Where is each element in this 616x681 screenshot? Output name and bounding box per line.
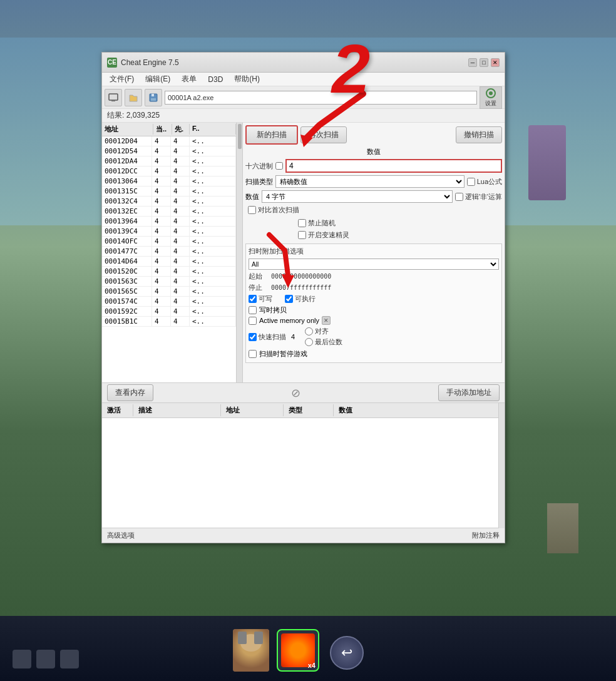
- toolbar-save-btn[interactable]: [145, 89, 162, 106]
- table-row[interactable]: 0001520C 4 4 <..: [102, 267, 236, 277]
- menu-bar: 文件(F) 编辑(E) 表单 D3D 帮助(H): [102, 73, 505, 86]
- svg-rect-8: [151, 94, 154, 96]
- minimize-button[interactable]: ─: [468, 58, 477, 67]
- col-address: 地址: [221, 404, 284, 416]
- value-type-select[interactable]: 4 字节: [262, 190, 453, 203]
- table-row[interactable]: 0001477C 4 4 <..: [102, 247, 236, 257]
- scan-panel: 新的扫描 再次扫描 撤销扫描 数值 十六进制 扫描类型 精确数值 L: [243, 123, 505, 382]
- svg-rect-5: [111, 100, 115, 101]
- table-row[interactable]: 00015B1C 4 4 <..: [102, 317, 236, 327]
- return-button[interactable]: ↩: [330, 636, 364, 670]
- fast-scan-label: 快速扫描: [249, 332, 286, 342]
- lastbit-radio[interactable]: [305, 338, 313, 346]
- table-row[interactable]: 0001565C 4 4 <..: [102, 287, 236, 297]
- col-type: 类型: [284, 404, 334, 416]
- taskbar-users: [13, 650, 79, 668]
- table-row[interactable]: 00014OFC 4 4 <..: [102, 237, 236, 247]
- lua-formula-checkbox[interactable]: [467, 178, 475, 186]
- table-row[interactable]: 000132C4 4 4 <..: [102, 197, 236, 207]
- not-logic-checkbox[interactable]: [455, 193, 463, 201]
- lastbit-radio-label: 最后位数: [305, 337, 342, 347]
- all-select[interactable]: All: [249, 259, 499, 270]
- table-row[interactable]: 0001574C 4 4 <..: [102, 297, 236, 307]
- table-row[interactable]: 00012D04 4 4 <..: [102, 136, 236, 146]
- table-row[interactable]: 000132EC 4 4 <..: [102, 207, 236, 217]
- cancel-scan-button[interactable]: 撤销扫描: [456, 126, 502, 143]
- scan-buttons-row: 新的扫描 再次扫描 撤销扫描: [245, 125, 502, 145]
- disable-random-checkbox[interactable]: [298, 219, 306, 227]
- value-input-row: 十六进制: [245, 159, 502, 173]
- process-address-bar[interactable]: 00001A a2.exe: [165, 91, 477, 105]
- add-note-link[interactable]: 附加注释: [472, 531, 500, 540]
- taskbar-user-icon-3: [60, 650, 79, 668]
- compare-row: 对比首次扫描: [245, 205, 502, 215]
- copy-on-write-checkbox[interactable]: [249, 306, 257, 314]
- right-checkboxes-row: 禁止随机 开启变速精灵: [245, 217, 502, 241]
- memory-flags-row: 可写 可执行: [249, 294, 499, 304]
- align-radio-label: 对齐: [305, 327, 342, 336]
- table-row[interactable]: 00012DCC 4 4 <..: [102, 166, 236, 177]
- list-scrollbar[interactable]: [237, 123, 243, 382]
- fire-orb-icon[interactable]: x4: [277, 629, 319, 672]
- new-scan-button[interactable]: 新的扫描: [245, 125, 298, 145]
- stop-value: 00007fffffffffff: [271, 284, 499, 291]
- align-radio[interactable]: [305, 327, 313, 335]
- main-area: 地址 当.. 先. F.. 00012D04 4 4 <.. 00012D54 …: [102, 123, 505, 382]
- table-row[interactable]: 00013964 4 4 <..: [102, 217, 236, 227]
- menu-file[interactable]: 文件(F): [105, 73, 139, 86]
- toolbar-monitor-btn[interactable]: [105, 89, 122, 106]
- menu-help[interactable]: 帮助(H): [229, 73, 265, 86]
- table-row[interactable]: 00012D54 4 4 <..: [102, 146, 236, 156]
- active-memory-clear-btn[interactable]: ✕: [322, 316, 331, 325]
- active-memory-label: Active memory only: [259, 317, 319, 324]
- advanced-options-link[interactable]: 高级选项: [107, 531, 135, 540]
- scan-type-select[interactable]: 精确数值: [275, 175, 465, 188]
- table-body[interactable]: [102, 418, 505, 528]
- no-icon: ⊘: [291, 386, 300, 400]
- manual-add-button[interactable]: 手动添加地址: [438, 384, 500, 401]
- advanced-title: 扫时附加扫描选项: [249, 247, 499, 256]
- table-row[interactable]: 000139C4 4 4 <..: [102, 227, 236, 237]
- enable-wizard-checkbox[interactable]: [298, 231, 306, 239]
- bottom-controls: 查看内存 ⊘ 手动添加地址: [102, 382, 505, 402]
- fast-scan-checkbox[interactable]: [249, 333, 257, 341]
- taskbar-user-icon-1: [13, 650, 31, 668]
- maximize-button[interactable]: □: [480, 58, 488, 67]
- toolbar-open-btn[interactable]: [125, 89, 142, 106]
- view-memory-button[interactable]: 查看内存: [107, 384, 153, 401]
- writable-checkbox[interactable]: [249, 295, 257, 303]
- executable-checkbox[interactable]: [285, 295, 293, 303]
- table-row[interactable]: 00014D64 4 4 <..: [102, 257, 236, 267]
- table-row[interactable]: 0001315C 4 4 <..: [102, 187, 236, 197]
- badge-count: x4: [308, 662, 316, 669]
- cheat-engine-window: CE Cheat Engine 7.5 ─ □ ✕ 文件(F) 编辑(E) 表单…: [101, 52, 505, 543]
- active-memory-row: Active memory only ✕: [249, 316, 499, 325]
- start-row: 起始 0000000000000000: [249, 272, 499, 281]
- table-row[interactable]: 0001563C 4 4 <..: [102, 277, 236, 287]
- value-label: 数值: [245, 147, 502, 156]
- table-row[interactable]: 00012DA4 4 4 <..: [102, 156, 236, 166]
- copy-on-write-row: 写时拷贝: [249, 305, 499, 315]
- menu-table[interactable]: 表单: [177, 73, 202, 86]
- table-row[interactable]: 00013064 4 4 <..: [102, 177, 236, 187]
- advanced-scan-options: 扫时附加扫描选项 All 起始 0000000000000000 停止 0000…: [245, 243, 502, 363]
- rescan-button[interactable]: 再次扫描: [300, 126, 347, 143]
- results-count: 结果: 2,039,325: [102, 109, 505, 123]
- header-prev: 先.: [172, 124, 190, 135]
- compare-first-checkbox[interactable]: [248, 206, 256, 214]
- menu-d3d[interactable]: D3D: [203, 74, 228, 85]
- hex-checkbox[interactable]: [275, 162, 283, 170]
- pause-game-checkbox[interactable]: [249, 350, 257, 358]
- address-list-body[interactable]: 00012D04 4 4 <.. 00012D54 4 4 <.. 00012D…: [102, 136, 236, 382]
- close-button[interactable]: ✕: [491, 58, 500, 67]
- active-memory-checkbox[interactable]: [249, 317, 257, 325]
- settings-button[interactable]: 设置: [480, 86, 502, 109]
- table-row[interactable]: 0001592C 4 4 <..: [102, 307, 236, 317]
- character-icon[interactable]: [233, 629, 269, 672]
- menu-edit[interactable]: 编辑(E): [140, 73, 175, 86]
- value-input[interactable]: [285, 159, 502, 173]
- header-current: 当..: [153, 124, 172, 135]
- table-header: 激活 描述 地址 类型 数值: [102, 403, 505, 418]
- table-scrollbar[interactable]: [498, 403, 505, 528]
- right-checkboxes: 禁止随机 开启变速精灵: [298, 218, 349, 240]
